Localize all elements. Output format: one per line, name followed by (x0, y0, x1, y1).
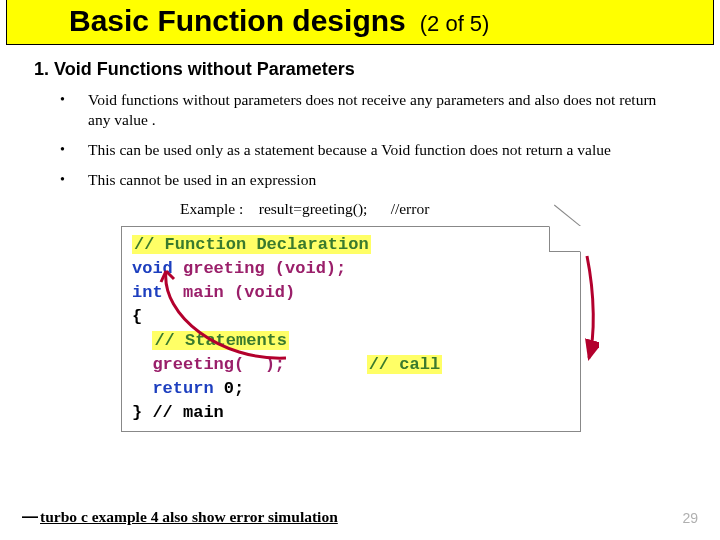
bullet-dot-icon: • (60, 140, 74, 160)
code-keyword: return (152, 379, 213, 398)
code-figure: // Function Declaration void greeting (v… (121, 226, 599, 432)
example-label: Example : (180, 200, 243, 217)
page-number: 29 (682, 510, 698, 526)
code-text: 0; (224, 379, 244, 398)
bullet-dot-icon: • (60, 170, 74, 190)
page-title: Basic Function designs (69, 4, 406, 38)
section-heading: 1. Void Functions without Parameters (34, 59, 720, 80)
bullet-text: This cannot be used in an expression (88, 170, 316, 190)
code-keyword: void (132, 259, 173, 278)
code-comment: // call (367, 355, 442, 374)
footer: — turbo c example 4 also show error simu… (0, 508, 720, 526)
code-text: ); (265, 355, 285, 374)
title-bar: Basic Function designs (2 of 5) (6, 0, 714, 45)
code-text: greeting( (152, 355, 244, 374)
code-paper: // Function Declaration void greeting (v… (121, 226, 581, 432)
example-code: result=greeting(); (259, 200, 368, 217)
footnote-dash-icon: — (22, 508, 38, 526)
bullet-text: This can be used only as a statement bec… (88, 140, 611, 160)
code-text: main (void) (183, 283, 295, 302)
code-text: greeting (void); (183, 259, 346, 278)
code-comment: // Function Declaration (132, 235, 371, 254)
bullet-text: Void functions without parameters does n… (88, 90, 680, 130)
example-note: //error (391, 200, 430, 217)
code-text: } // main (132, 401, 570, 425)
bullet-dot-icon: • (60, 90, 74, 130)
code-comment: // Statements (152, 331, 289, 350)
code-text: { (132, 305, 570, 329)
list-item: • This cannot be used in an expression (60, 170, 680, 190)
page-counter: (2 of 5) (420, 11, 490, 37)
example-line: Example : result=greeting(); //error (180, 200, 680, 218)
list-item: • This can be used only as a statement b… (60, 140, 680, 160)
footnote-text: turbo c example 4 also show error simula… (40, 508, 682, 526)
list-item: • Void functions without parameters does… (60, 90, 680, 130)
page-fold-icon (549, 226, 581, 252)
bullet-list: • Void functions without parameters does… (60, 90, 680, 218)
code-keyword: int (132, 283, 163, 302)
